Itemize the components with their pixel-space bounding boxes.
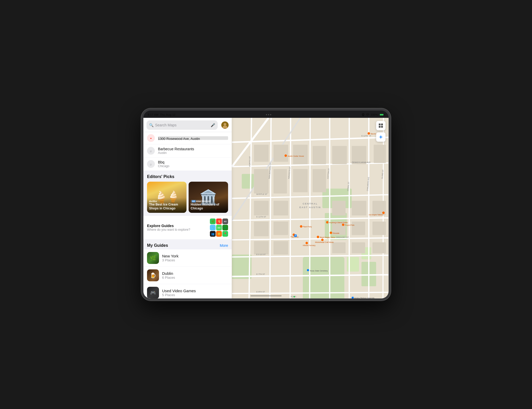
scroll-content[interactable]: ● 1300 Rosewood Ave, Austin ⌕ Barbecue R… (143, 132, 232, 298)
search-input[interactable]: Search Maps (155, 123, 209, 127)
sidebar: 🔍 Search Maps 🎤 (143, 118, 232, 298)
guide-name-games: Used Video Games (162, 289, 228, 293)
battery-fill (380, 114, 383, 115)
map-controls (376, 121, 385, 142)
search-bar-container: 🔍 Search Maps 🎤 (143, 118, 232, 132)
svg-rect-37 (332, 146, 347, 164)
compass-icon (379, 135, 383, 139)
svg-rect-121 (381, 124, 383, 125)
search-bar[interactable]: 🔍 Search Maps 🎤 (147, 120, 218, 130)
svg-rect-40 (254, 201, 269, 215)
svg-point-94 (305, 242, 308, 244)
map-area[interactable]: E 12TH ST PENNSYLVANIA AVE MYRTLE ST E 1… (232, 118, 389, 298)
truncated-recent: ● 1300 Rosewood Ave, Austin (143, 132, 232, 144)
explore-icon-9: 📍 (222, 231, 228, 237)
svg-rect-42 (254, 222, 269, 236)
svg-point-80 (342, 223, 344, 226)
svg-point-88 (317, 236, 319, 238)
svg-rect-43 (274, 222, 288, 235)
guide-videogames[interactable]: 🎮 Used Video Games 5 Places (143, 284, 232, 298)
guide-thumb-games: 🎮 (147, 287, 159, 298)
guide-dublin[interactable]: 🍺 Dublin 6 Places (143, 267, 232, 284)
svg-text:E 9 1/2 ST: E 9 1/2 ST (256, 253, 266, 256)
svg-text:P: P (295, 235, 296, 237)
svg-rect-33 (293, 145, 308, 164)
svg-rect-10 (232, 255, 251, 279)
svg-rect-98 (352, 297, 354, 298)
svg-rect-35 (312, 169, 326, 192)
guide-texts-newyork: New York 3 Places (162, 254, 228, 262)
guide-count-dublin: 6 Places (162, 276, 228, 280)
ao-badge-icon: AO (192, 200, 196, 202)
svg-text:AQI 51: AQI 51 (291, 296, 296, 298)
atlas-source-row: AO Atlas Obscura (191, 200, 226, 203)
mic-icon[interactable]: 🎤 (211, 123, 215, 127)
recent-icon-pin: ● (147, 134, 155, 142)
svg-text:Discada: Discada (333, 232, 340, 234)
pick-card-atlas[interactable]: 🏛️ AO Atlas Obscura Hidden Wonders of Ch… (189, 182, 228, 213)
search-icon-2: ⌕ (150, 162, 152, 166)
status-bar: 9:17 AM Thu Aug 12 100% (143, 111, 389, 118)
svg-text:E 7TH ST: E 7TH ST (256, 273, 265, 275)
dot2 (268, 114, 269, 115)
recent-texts-bbq: Bbq Chicago (158, 160, 228, 168)
explore-icons-grid: 🌿 🍕 AO 💧 GO (210, 219, 228, 237)
guide-new-york[interactable]: 🌿 New York 3 Places (143, 249, 232, 267)
atlas-card-title: Hidden Wonders of Chicago (191, 203, 226, 211)
svg-rect-51 (373, 222, 386, 235)
recent-icon-search-2: ⌕ (147, 160, 155, 168)
explore-icon-5: GO (216, 225, 222, 230)
map-layers-button[interactable] (376, 121, 385, 130)
avatar-image (221, 121, 229, 129)
svg-rect-34 (312, 146, 326, 164)
search-bar-row: 🔍 Search Maps 🎤 (147, 120, 229, 130)
games-thumb-icon: 🎮 (150, 290, 156, 296)
svg-text:Project Pollo: Project Pollo (345, 224, 355, 226)
recent-title-bbq: Bbq (158, 160, 228, 164)
more-button[interactable]: More (220, 243, 228, 248)
main-content: 🔍 Search Maps 🎤 (143, 118, 389, 298)
svg-text:Texas State Cemetery: Texas State Cemetery (310, 270, 328, 272)
recent-texts-barbecue: Barbecue Restaurants Austin (158, 147, 228, 155)
recent-bbq[interactable]: ⌕ Bbq Chicago (143, 158, 232, 171)
dot1 (266, 114, 267, 115)
svg-rect-46 (332, 201, 346, 215)
status-center (266, 114, 271, 115)
guide-texts-dublin: Dublin 6 Places (162, 271, 228, 280)
truncated-address-text: 1300 Rosewood Ave, Austin (158, 137, 200, 141)
search-icon-1: ⌕ (150, 149, 152, 153)
svg-text:Black Dagger Tattoo: Black Dagger Tattoo (320, 236, 335, 238)
svg-text:E 9TH ST: E 9TH ST (256, 291, 265, 293)
svg-rect-52 (332, 242, 346, 253)
svg-text:Austin Guitar House: Austin Guitar House (288, 155, 304, 157)
svg-text:Anything's Baked Potato: Anything's Baked Potato (329, 222, 348, 224)
svg-rect-53 (352, 242, 365, 253)
truncated-address-line: 1300 Rosewood Ave, Austin (158, 136, 228, 140)
guide-count-games: 5 Places (162, 293, 228, 297)
location-button[interactable] (376, 132, 385, 142)
svg-rect-41 (274, 201, 288, 215)
atlas-logo-text: Atlas Obscura (196, 200, 210, 202)
guide-count-newyork: 3 Places (162, 258, 228, 262)
svg-rect-54 (373, 242, 386, 253)
editors-picks-header: Editors' Picks (143, 171, 232, 181)
avatar[interactable] (221, 121, 229, 129)
status-right: 100% (362, 113, 384, 116)
svg-rect-32 (274, 169, 287, 194)
battery-percent: 100% (371, 113, 378, 116)
explore-icon-8: 😊 (216, 231, 222, 237)
my-guides-header: My Guides More (143, 240, 232, 249)
explore-guides-section[interactable]: Explore Guides Where do you want to expl… (143, 216, 232, 239)
explore-texts: Explore Guides Where do you want to expl… (147, 224, 210, 231)
time-display: 9:17 AM (148, 113, 158, 116)
svg-rect-45 (274, 241, 288, 255)
svg-point-72 (284, 154, 287, 157)
svg-rect-50 (352, 222, 365, 235)
svg-rect-96 (307, 269, 309, 271)
svg-rect-122 (379, 126, 381, 128)
search-icon: 🔍 (149, 123, 154, 127)
svg-text:PENNSYLVANIA AVE: PENNSYLVANIA AVE (352, 161, 370, 163)
pick-card-thrillist[interactable]: 🍦 🍦 thrillist The Best Ice Cream Shops i… (147, 182, 187, 213)
recent-barbecue[interactable]: ⌕ Barbecue Restaurants Austin (143, 144, 232, 158)
svg-point-90 (330, 231, 332, 234)
